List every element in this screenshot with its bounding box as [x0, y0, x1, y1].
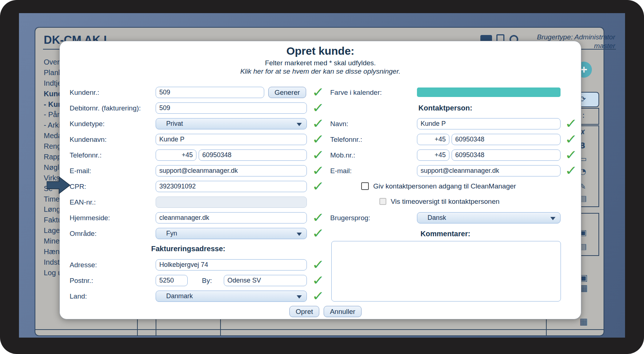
calculator-icon[interactable]: ▦ — [579, 316, 588, 327]
valid-check-icon: ✓ — [565, 116, 578, 131]
faktureringsadresse-heading: Faktureringsadresse: — [70, 244, 307, 253]
modal-title: Opret kunde: — [60, 45, 581, 57]
modal-subtitle: Felter markeret med * skal udfyldes. — [60, 59, 581, 67]
table-gridline — [35, 329, 604, 330]
valid-check-icon: ✓ — [312, 288, 325, 303]
debitornr-input[interactable] — [156, 102, 307, 114]
farve-label: Farve i kalender: — [330, 87, 382, 98]
kontaktperson-heading: Kontaktperson: — [330, 103, 561, 113]
valid-check-icon: ✓ — [565, 132, 578, 147]
adgang-checkbox[interactable] — [361, 182, 369, 190]
chevron-down-icon — [550, 217, 555, 220]
table-gridline — [137, 319, 138, 336]
omraade-select[interactable]: Fyn — [156, 228, 307, 239]
timeoversigt-checkbox-label: Vis timeoversigt til kontaktpersonen — [391, 197, 500, 206]
chevron-down-icon — [297, 295, 302, 299]
mobnr-prefix-input[interactable] — [417, 149, 449, 161]
table-gridline — [156, 319, 156, 336]
valid-check-icon: ✓ — [312, 273, 325, 288]
kommentarer-heading: Kommentarer: — [330, 229, 561, 238]
kommentarer-textarea[interactable] — [331, 241, 561, 302]
table-gridline — [220, 319, 221, 336]
modal-info-link[interactable]: Klik her for at se hvem der kan se disse… — [60, 67, 581, 75]
debitornr-label: Debitornr. (fakturering): — [70, 102, 141, 114]
valid-check-icon: ✓ — [565, 163, 578, 178]
adresse-label: Adresse: — [70, 259, 97, 271]
mobnr-input[interactable] — [452, 149, 561, 161]
opret-button[interactable]: Opret — [289, 306, 319, 317]
timeoversigt-checkbox[interactable] — [379, 198, 386, 205]
chevron-down-icon — [297, 233, 302, 236]
brugersprog-select[interactable]: Dansk — [417, 212, 561, 223]
valid-check-icon: ✓ — [312, 257, 325, 272]
omraade-label: Område: — [70, 228, 97, 239]
omraade-selected: Fyn — [166, 230, 177, 237]
kontakt-navn-label: Navn: — [330, 118, 348, 129]
calendar-color-swatch[interactable] — [417, 87, 561, 97]
valid-check-icon: ✓ — [312, 100, 325, 115]
kontakt-telefon-prefix-input[interactable] — [417, 134, 449, 145]
table-gridline — [546, 319, 547, 336]
brugersprog-selected: Dansk — [428, 214, 446, 221]
mobnr-label: Mob.nr.: — [330, 149, 355, 161]
postnr-input[interactable] — [156, 275, 188, 286]
valid-check-icon: ✓ — [312, 226, 325, 241]
annotation-arrow-icon — [47, 176, 71, 195]
by-label: By: — [202, 275, 212, 286]
by-input[interactable] — [224, 275, 307, 286]
postnr-label: Postnr.: — [70, 275, 93, 286]
land-selected: Danmark — [166, 292, 193, 300]
brugersprog-label: Brugersprog: — [330, 212, 370, 223]
screenshot-stage: DK-CM AK I Brugertype: Administrator mas… — [0, 0, 644, 354]
kontakt-telefon-input[interactable] — [452, 134, 561, 145]
usertype-line1: Brugertype: Administrator — [537, 33, 615, 42]
valid-check-icon: ✓ — [565, 147, 578, 162]
kontakt-navn-input[interactable] — [417, 118, 561, 129]
kontakt-email-label: E-mail: — [330, 165, 352, 176]
annuller-button[interactable]: Annuller — [324, 306, 362, 317]
kontakt-telefon-label: Telefonnr.: — [330, 134, 362, 145]
opret-kunde-modal: Opret kunde: Felter markeret med * skal … — [59, 41, 581, 319]
land-select[interactable]: Danmark — [156, 291, 307, 302]
kontakt-email-input[interactable] — [417, 165, 561, 176]
adgang-checkbox-label: Giv kontaktpersonen adgang til CleanMana… — [373, 182, 516, 191]
land-label: Land: — [70, 291, 87, 302]
adresse-input[interactable] — [156, 259, 307, 271]
